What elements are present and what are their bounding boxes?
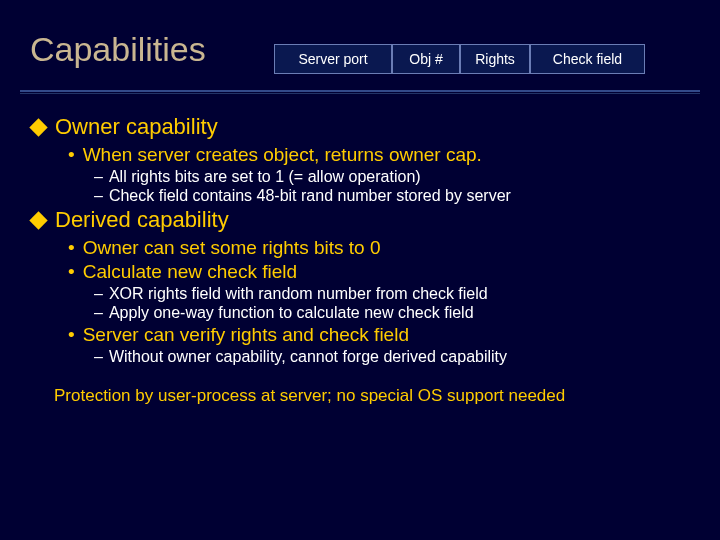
table-cell-check-field: Check field [530,44,645,74]
title-separator [20,90,700,94]
sub-bullet-item: – Without owner capability, cannot forge… [94,348,700,366]
dot-bullet-icon: • [68,262,75,281]
dash-bullet-icon: – [94,168,103,186]
diamond-bullet-icon [29,118,47,136]
dot-bullet-icon: • [68,238,75,257]
bullet-item: • Owner can set some rights bits to 0 [68,237,700,259]
bullet-text: Server can verify rights and check field [83,324,409,346]
sub-bullet-item: – XOR rights field with random number fr… [94,285,700,303]
heading-owner-capability: Owner capability [30,114,700,140]
sub-bullet-text: Apply one-way function to calculate new … [109,304,474,322]
dot-bullet-icon: • [68,325,75,344]
bullet-item: • Calculate new check field [68,261,700,283]
bullet-text: Owner can set some rights bits to 0 [83,237,381,259]
heading-derived-capability: Derived capability [30,207,700,233]
dash-bullet-icon: – [94,187,103,205]
bullet-text: Calculate new check field [83,261,297,283]
bullet-item: • When server creates object, returns ow… [68,144,700,166]
table-cell-rights: Rights [460,44,530,74]
dot-bullet-icon: • [68,145,75,164]
sub-bullet-text: XOR rights field with random number from… [109,285,488,303]
capability-structure-table: Server port Obj # Rights Check field [274,44,645,74]
heading-text: Owner capability [55,114,218,140]
bullet-text: When server creates object, returns owne… [83,144,482,166]
bullet-item: • Server can verify rights and check fie… [68,324,700,346]
diamond-bullet-icon [29,211,47,229]
sub-bullet-text: Without owner capability, cannot forge d… [109,348,507,366]
sub-bullet-item: – Apply one-way function to calculate ne… [94,304,700,322]
table-cell-obj-num: Obj # [392,44,460,74]
sub-bullet-item: – All rights bits are set to 1 (= allow … [94,168,700,186]
sub-bullet-item: – Check field contains 48-bit rand numbe… [94,187,700,205]
footer-note: Protection by user-process at server; no… [54,386,700,406]
heading-text: Derived capability [55,207,229,233]
table-cell-server-port: Server port [274,44,392,74]
sub-bullet-text: Check field contains 48-bit rand number … [109,187,511,205]
slide-title: Capabilities [30,30,206,69]
dash-bullet-icon: – [94,348,103,366]
dash-bullet-icon: – [94,304,103,322]
sub-bullet-text: All rights bits are set to 1 (= allow op… [109,168,421,186]
dash-bullet-icon: – [94,285,103,303]
slide-body: Owner capability • When server creates o… [30,112,700,406]
